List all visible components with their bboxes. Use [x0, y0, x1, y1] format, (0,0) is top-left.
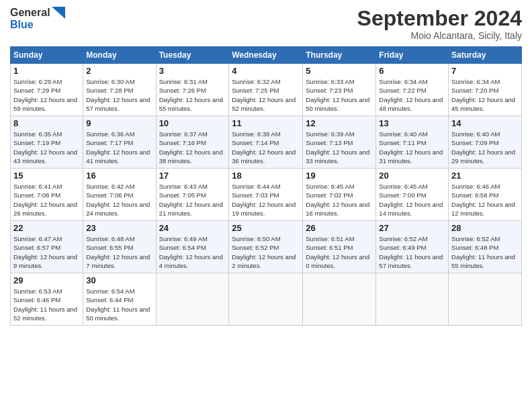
col-thursday: Thursday [303, 47, 376, 64]
logo-triangle-icon [52, 7, 65, 19]
col-wednesday: Wednesday [229, 47, 303, 64]
day-info: Sunrise: 6:32 AM Sunset: 7:25 PM Dayligh… [232, 77, 300, 113]
calendar-cell: 28 Sunrise: 6:52 AM Sunset: 6:48 PM Dayl… [449, 221, 522, 273]
day-number: 4 [232, 66, 300, 76]
calendar-cell: 12 Sunrise: 6:39 AM Sunset: 7:13 PM Dayl… [303, 116, 376, 169]
day-number: 18 [232, 171, 300, 181]
day-info: Sunrise: 6:37 AM Sunset: 7:16 PM Dayligh… [159, 130, 226, 165]
calendar-cell [449, 273, 522, 326]
day-info: Sunrise: 6:38 AM Sunset: 7:14 PM Dayligh… [232, 130, 300, 165]
page-container: General Blue September 2024 Moio Alcanta… [0, 0, 532, 332]
location-subtitle: Moio Alcantara, Sicily, Italy [357, 30, 522, 41]
day-info: Sunrise: 6:53 AM Sunset: 6:46 PM Dayligh… [13, 287, 80, 322]
calendar-cell: 13 Sunrise: 6:40 AM Sunset: 7:11 PM Dayl… [376, 116, 449, 169]
day-number: 29 [13, 275, 80, 285]
calendar-cell: 3 Sunrise: 6:31 AM Sunset: 7:26 PM Dayli… [156, 64, 229, 116]
day-info: Sunrise: 6:43 AM Sunset: 7:05 PM Dayligh… [159, 182, 226, 218]
col-monday: Monday [83, 47, 156, 64]
calendar-cell: 18 Sunrise: 6:44 AM Sunset: 7:03 PM Dayl… [229, 169, 303, 221]
day-number: 3 [159, 66, 226, 76]
calendar-cell: 4 Sunrise: 6:32 AM Sunset: 7:25 PM Dayli… [229, 64, 303, 116]
calendar-week-row: 29 Sunrise: 6:53 AM Sunset: 6:46 PM Dayl… [11, 273, 522, 326]
logo: General Blue [10, 7, 65, 31]
day-number: 5 [306, 66, 373, 76]
title-block: September 2024 Moio Alcantara, Sicily, I… [357, 7, 522, 41]
day-info: Sunrise: 6:45 AM Sunset: 7:02 PM Dayligh… [306, 182, 373, 218]
calendar-week-row: 1 Sunrise: 6:29 AM Sunset: 7:29 PM Dayli… [11, 64, 522, 116]
calendar-cell: 19 Sunrise: 6:45 AM Sunset: 7:02 PM Dayl… [303, 169, 376, 221]
day-info: Sunrise: 6:35 AM Sunset: 7:19 PM Dayligh… [13, 130, 80, 165]
day-number: 7 [451, 66, 519, 76]
day-info: Sunrise: 6:34 AM Sunset: 7:22 PM Dayligh… [379, 77, 445, 113]
calendar-week-row: 15 Sunrise: 6:41 AM Sunset: 7:08 PM Dayl… [11, 169, 522, 221]
day-info: Sunrise: 6:29 AM Sunset: 7:29 PM Dayligh… [13, 77, 80, 113]
header-row: Sunday Monday Tuesday Wednesday Thursday… [11, 47, 522, 64]
calendar-cell [303, 273, 376, 326]
calendar-cell: 9 Sunrise: 6:36 AM Sunset: 7:17 PM Dayli… [83, 116, 156, 169]
calendar-body: 1 Sunrise: 6:29 AM Sunset: 7:29 PM Dayli… [11, 64, 522, 326]
col-friday: Friday [376, 47, 449, 64]
day-info: Sunrise: 6:39 AM Sunset: 7:13 PM Dayligh… [306, 130, 373, 165]
day-info: Sunrise: 6:33 AM Sunset: 7:23 PM Dayligh… [306, 77, 373, 113]
calendar-cell [229, 273, 303, 326]
day-info: Sunrise: 6:47 AM Sunset: 6:57 PM Dayligh… [13, 234, 80, 270]
day-number: 28 [451, 223, 519, 233]
calendar-cell: 10 Sunrise: 6:37 AM Sunset: 7:16 PM Dayl… [156, 116, 229, 169]
day-number: 24 [159, 223, 226, 233]
calendar-cell [376, 273, 449, 326]
day-info: Sunrise: 6:40 AM Sunset: 7:09 PM Dayligh… [451, 130, 519, 165]
day-number: 14 [451, 118, 519, 128]
calendar-cell [156, 273, 229, 326]
calendar-cell: 15 Sunrise: 6:41 AM Sunset: 7:08 PM Dayl… [11, 169, 83, 221]
calendar-cell: 6 Sunrise: 6:34 AM Sunset: 7:22 PM Dayli… [376, 64, 449, 116]
day-number: 1 [13, 66, 80, 76]
calendar-cell: 1 Sunrise: 6:29 AM Sunset: 7:29 PM Dayli… [11, 64, 83, 116]
header: General Blue September 2024 Moio Alcanta… [10, 7, 522, 41]
day-info: Sunrise: 6:54 AM Sunset: 6:44 PM Dayligh… [86, 287, 152, 322]
day-number: 17 [159, 171, 226, 181]
col-tuesday: Tuesday [156, 47, 229, 64]
day-number: 26 [306, 223, 373, 233]
calendar-table: Sunday Monday Tuesday Wednesday Thursday… [10, 46, 522, 326]
month-title: September 2024 [357, 7, 522, 30]
calendar-cell: 5 Sunrise: 6:33 AM Sunset: 7:23 PM Dayli… [303, 64, 376, 116]
day-number: 16 [86, 171, 152, 181]
calendar-cell: 23 Sunrise: 6:48 AM Sunset: 6:55 PM Dayl… [83, 221, 156, 273]
col-sunday: Sunday [11, 47, 83, 64]
day-number: 15 [13, 171, 80, 181]
day-info: Sunrise: 6:42 AM Sunset: 7:06 PM Dayligh… [86, 182, 152, 218]
day-info: Sunrise: 6:34 AM Sunset: 7:20 PM Dayligh… [451, 77, 519, 113]
day-number: 8 [13, 118, 80, 128]
calendar-cell: 17 Sunrise: 6:43 AM Sunset: 7:05 PM Dayl… [156, 169, 229, 221]
day-number: 20 [379, 171, 445, 181]
day-number: 21 [451, 171, 519, 181]
day-number: 2 [86, 66, 152, 76]
day-info: Sunrise: 6:50 AM Sunset: 6:52 PM Dayligh… [232, 234, 300, 270]
calendar-cell: 29 Sunrise: 6:53 AM Sunset: 6:46 PM Dayl… [11, 273, 83, 326]
calendar-cell: 2 Sunrise: 6:30 AM Sunset: 7:28 PM Dayli… [83, 64, 156, 116]
day-info: Sunrise: 6:52 AM Sunset: 6:49 PM Dayligh… [379, 234, 445, 270]
day-info: Sunrise: 6:46 AM Sunset: 6:58 PM Dayligh… [451, 182, 519, 218]
day-number: 30 [86, 275, 152, 285]
day-number: 9 [86, 118, 152, 128]
calendar-cell: 25 Sunrise: 6:50 AM Sunset: 6:52 PM Dayl… [229, 221, 303, 273]
calendar-cell: 24 Sunrise: 6:49 AM Sunset: 6:54 PM Dayl… [156, 221, 229, 273]
day-info: Sunrise: 6:41 AM Sunset: 7:08 PM Dayligh… [13, 182, 80, 218]
day-info: Sunrise: 6:49 AM Sunset: 6:54 PM Dayligh… [159, 234, 226, 270]
calendar-cell: 8 Sunrise: 6:35 AM Sunset: 7:19 PM Dayli… [11, 116, 83, 169]
day-number: 12 [306, 118, 373, 128]
calendar-cell: 16 Sunrise: 6:42 AM Sunset: 7:06 PM Dayl… [83, 169, 156, 221]
calendar-cell: 21 Sunrise: 6:46 AM Sunset: 6:58 PM Dayl… [449, 169, 522, 221]
calendar-cell: 14 Sunrise: 6:40 AM Sunset: 7:09 PM Dayl… [449, 116, 522, 169]
day-number: 19 [306, 171, 373, 181]
calendar-cell: 22 Sunrise: 6:47 AM Sunset: 6:57 PM Dayl… [11, 221, 83, 273]
calendar-cell: 30 Sunrise: 6:54 AM Sunset: 6:44 PM Dayl… [83, 273, 156, 326]
day-number: 27 [379, 223, 445, 233]
day-info: Sunrise: 6:31 AM Sunset: 7:26 PM Dayligh… [159, 77, 226, 113]
calendar-week-row: 22 Sunrise: 6:47 AM Sunset: 6:57 PM Dayl… [11, 221, 522, 273]
calendar-cell: 7 Sunrise: 6:34 AM Sunset: 7:20 PM Dayli… [449, 64, 522, 116]
calendar-cell: 27 Sunrise: 6:52 AM Sunset: 6:49 PM Dayl… [376, 221, 449, 273]
calendar-cell: 26 Sunrise: 6:51 AM Sunset: 6:51 PM Dayl… [303, 221, 376, 273]
day-number: 22 [13, 223, 80, 233]
day-number: 11 [232, 118, 300, 128]
